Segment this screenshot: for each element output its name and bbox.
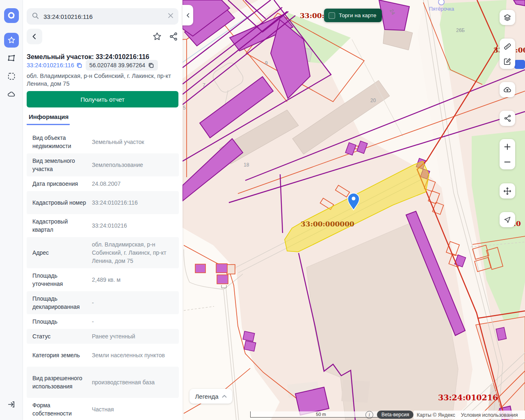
info-table: Вид объекта недвижимостиЗемельный участо… [27, 130, 179, 420]
cadastral-number-link[interactable]: 33:24:010216:116 [27, 62, 82, 68]
identifier-row: 33:24:010216:116 56.020748 39.967264 [27, 60, 179, 71]
beta-badge: Beta-версия [377, 411, 413, 419]
quarter-label-mid: 33:00:000000 [301, 220, 354, 228]
app-window: Земельный участок: 33:24:010216:116 33:2… [0, 0, 525, 420]
info-row-label: Вид земельного участка [32, 157, 86, 173]
info-row: Площадь- [27, 314, 179, 329]
copyright-text[interactable]: Карты © Яндекс [417, 412, 455, 418]
search-bar [27, 8, 178, 25]
map-attribution: Карты © Яндекс Условия использования [413, 411, 525, 419]
trades-on-map-toggle[interactable]: Торги на карте [324, 9, 382, 22]
info-row-label: Площадь декларированная [32, 294, 86, 311]
legend-button[interactable]: Легенда [189, 389, 232, 404]
logout-icon[interactable] [4, 397, 19, 412]
copy-icon [76, 62, 82, 68]
info-row-value: Земли населенных пунктов [86, 351, 173, 359]
info-icon[interactable]: i [365, 411, 373, 419]
trades-checkbox[interactable] [329, 12, 335, 19]
info-row-label: Статус [32, 332, 86, 340]
favorites-star-icon[interactable] [4, 33, 19, 48]
cloud-upload-icon [502, 85, 512, 95]
coordinates-badge[interactable]: 56.020748 39.967264 [86, 60, 158, 71]
store-label: Пятёрочка [429, 6, 454, 12]
store-logo-icon [438, 0, 444, 5]
get-report-button[interactable]: Получить отчет [27, 91, 178, 107]
basemap: 33:00:0 33:00:000000 33:24:010216 33:00:… [183, 0, 525, 420]
info-row: Дата присвоения24.08.2007 [27, 176, 179, 191]
upload-button[interactable] [500, 82, 515, 97]
info-row: Вид земельного участкаЗемлепользование [27, 153, 179, 176]
info-row-value: Ранее учтенный [86, 332, 173, 340]
info-row-value: 24.08.2007 [86, 180, 173, 188]
clear-search-icon[interactable] [168, 13, 173, 20]
quarter-label-bottom-right: 33:24:010216 [438, 393, 498, 402]
edit-icon [503, 57, 512, 66]
info-row-value: 33:24:010216 [86, 221, 173, 230]
info-row-value: производственная база [86, 378, 173, 386]
trades-label: Торги на карте [339, 12, 377, 18]
move-icon [503, 187, 512, 196]
share-icon [503, 114, 512, 123]
search-input[interactable] [43, 13, 164, 21]
ruler-icon [503, 42, 512, 51]
favorite-star-icon[interactable] [152, 32, 162, 43]
locate-button[interactable] [500, 212, 515, 227]
parcel-info-panel: Земельный участок: 33:24:010216:116 33:2… [23, 0, 183, 420]
info-row-value: 2,489 кв. м [86, 276, 173, 284]
cloud-icon[interactable] [4, 87, 19, 102]
info-row-value: Землепользование [86, 161, 173, 169]
info-row-label: Площадь уточненная [32, 272, 86, 288]
building-number: 5 [183, 105, 186, 111]
map-badge [514, 60, 525, 69]
info-row-label: Дата присвоения [32, 180, 86, 188]
panel-header [27, 29, 178, 44]
info-row-label: Вид разрешенного использования [32, 374, 86, 390]
info-row-label: Кадастровый номер [32, 199, 86, 207]
tab-information[interactable]: Информация [27, 112, 70, 125]
building-number: 26Б [456, 27, 465, 33]
info-row-value: обл. Владимирская, р-н Собинский, г. Лак… [86, 240, 173, 265]
info-row-value: Земельный участок [86, 138, 173, 146]
app-logo-icon[interactable] [4, 8, 19, 23]
info-row: Площадь декларированная- [27, 291, 179, 314]
tabs: Информация [27, 112, 178, 124]
layers-button[interactable] [500, 10, 515, 25]
zoom-out-button[interactable] [500, 154, 515, 169]
info-row-label: Вид объекта недвижимости [32, 134, 86, 150]
measure-edit-group [500, 39, 515, 69]
ruler-button[interactable] [500, 39, 515, 54]
building-number: 7 [203, 82, 205, 88]
info-row-value: - [86, 299, 173, 307]
navigate-icon [503, 216, 511, 224]
info-row-label: Площадь [32, 317, 86, 326]
info-row-label: Адрес [32, 249, 86, 257]
info-row: Вид объекта недвижимостиЗемельный участо… [27, 130, 179, 153]
info-row: Форма собственностиЧастная [27, 398, 179, 420]
info-row-label: Кадастровый квартал [32, 217, 86, 234]
draw-polygon-icon[interactable] [4, 51, 19, 66]
share-icon[interactable] [169, 32, 178, 43]
copy-icon [148, 62, 154, 68]
building-number: 9 [265, 60, 268, 66]
info-row: Адресобл. Владимирская, р-н Собинский, г… [27, 237, 179, 268]
building-number: 20 [370, 98, 376, 103]
info-row-label: Категория земель [32, 351, 86, 359]
zoom-controls [500, 139, 515, 169]
terms-link[interactable]: Условия использования [461, 412, 518, 418]
edit-button[interactable] [500, 54, 515, 69]
info-row: Площадь уточненная2,489 кв. м [27, 268, 179, 291]
collapse-panel-button[interactable] [183, 5, 193, 25]
map-canvas[interactable]: 33:00:0 33:00:000000 33:24:010216 33:00:… [183, 0, 525, 420]
share-map-button[interactable] [500, 111, 515, 126]
sidebar [0, 0, 23, 420]
zoom-in-button[interactable] [500, 139, 515, 154]
select-area-icon[interactable] [4, 69, 19, 84]
scale-label: 50 m [316, 412, 326, 417]
building-number: 18 [244, 162, 249, 168]
legend-label: Легенда [195, 393, 218, 400]
info-row-label: Форма собственности [32, 401, 86, 418]
chevron-up-icon [222, 395, 227, 398]
info-row-value: - [86, 317, 173, 326]
pan-button[interactable] [500, 183, 515, 199]
back-button[interactable] [27, 29, 42, 44]
